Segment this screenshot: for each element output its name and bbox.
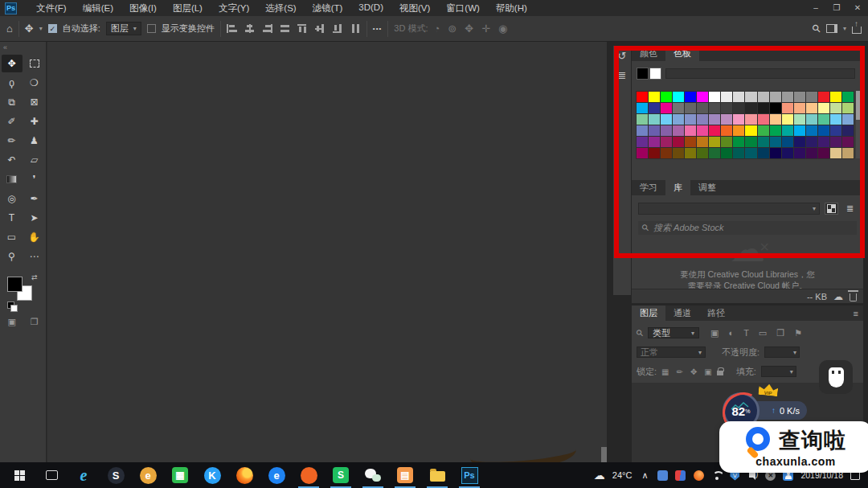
eyedropper-tool[interactable]: ✐	[2, 113, 23, 130]
swatch-77[interactable]	[697, 137, 708, 147]
weather-icon[interactable]: ☁	[594, 470, 605, 481]
3d-mode-icon-3[interactable]: ✛	[481, 23, 490, 35]
3d-mode-icon-1[interactable]: ⊚	[448, 23, 457, 35]
frame-tool[interactable]: ⊠	[24, 93, 45, 111]
swatch-41[interactable]	[697, 114, 708, 125]
swatch-104[interactable]	[806, 148, 817, 158]
chevron-down-icon[interactable]: ▾	[39, 25, 43, 32]
swatch-6[interactable]	[709, 92, 720, 102]
menu-item-4[interactable]: 文字(Y)	[211, 2, 257, 14]
swatch-85[interactable]	[794, 137, 805, 147]
eraser-tool[interactable]: ▱	[24, 151, 45, 169]
swatch-7[interactable]	[721, 92, 732, 102]
auto-select-checkbox[interactable]: ✓	[48, 24, 57, 33]
swatch-63[interactable]	[745, 125, 756, 136]
menu-item-7[interactable]: 3D(D)	[350, 2, 391, 14]
swatch-79[interactable]	[721, 137, 732, 147]
quick-mask-button[interactable]: ▣	[8, 317, 16, 327]
gradient-tool[interactable]	[2, 170, 23, 188]
swatch-83[interactable]	[770, 137, 781, 147]
swatch-1[interactable]	[649, 92, 660, 102]
swatch-57[interactable]	[673, 125, 684, 136]
swatch-8[interactable]	[733, 92, 744, 102]
minimize-button[interactable]: –	[805, 0, 826, 16]
default-colors-icon[interactable]	[7, 301, 14, 309]
swatch-74[interactable]	[661, 137, 672, 147]
swatch-9[interactable]	[745, 92, 756, 102]
swatch-101[interactable]	[770, 148, 781, 158]
path-select-tool[interactable]: ➤	[24, 209, 45, 227]
swatch-53[interactable]	[842, 114, 854, 125]
history-brush-tool[interactable]: ↶	[2, 151, 23, 169]
sogou-browser[interactable]: S	[100, 462, 132, 488]
swatch-100[interactable]	[758, 148, 769, 158]
list-view-icon[interactable]: ≣	[843, 203, 857, 215]
menu-item-8[interactable]: 视图(V)	[391, 2, 438, 14]
wechat[interactable]	[357, 462, 389, 488]
swatch-5[interactable]	[697, 92, 708, 102]
swatch-44[interactable]	[733, 114, 744, 125]
cloud-sync-icon[interactable]: ☁	[833, 291, 843, 302]
swatch-25[interactable]	[721, 103, 732, 113]
swatch-99[interactable]	[745, 148, 756, 158]
search-icon[interactable]: ⚲	[810, 22, 824, 35]
tray-blue-app-icon[interactable]	[657, 470, 668, 481]
task-view-button[interactable]	[35, 462, 68, 488]
menu-item-9[interactable]: 窗口(W)	[438, 2, 488, 14]
swatch-51[interactable]	[818, 114, 829, 125]
3d-mode-icon-2[interactable]: ✥	[465, 23, 473, 35]
swatch-75[interactable]	[673, 137, 684, 147]
swatch-55[interactable]	[649, 125, 660, 136]
tab-learn[interactable]: 学习	[632, 180, 665, 195]
swatch-92[interactable]	[661, 148, 672, 158]
layer-filter-icon-5[interactable]: ⚑	[794, 328, 802, 338]
swatch-22[interactable]	[685, 103, 696, 113]
swatch-72[interactable]	[637, 137, 648, 147]
swatch-17[interactable]	[842, 92, 854, 102]
swatch-27[interactable]	[745, 103, 756, 113]
lock-icon-1[interactable]: ✏	[677, 367, 683, 376]
rectangle-tool[interactable]: ▭	[2, 228, 23, 246]
swatch-name-field[interactable]	[665, 68, 855, 79]
panel-menu-icon[interactable]: ≡	[849, 306, 863, 321]
swatch-59[interactable]	[697, 125, 708, 136]
fill-input[interactable]: ▾	[761, 366, 796, 377]
swatch-12[interactable]	[782, 92, 793, 102]
swatch-91[interactable]	[649, 148, 660, 158]
file-explorer[interactable]	[421, 462, 453, 488]
menu-item-1[interactable]: 编辑(E)	[75, 2, 121, 14]
swatch-102[interactable]	[782, 148, 793, 158]
lock-all-icon[interactable]	[717, 371, 723, 375]
swatch-21[interactable]	[673, 103, 684, 113]
marquee-tool[interactable]	[24, 55, 45, 72]
layer-filter-icon-1[interactable]: ◐	[728, 328, 734, 338]
swatch-13[interactable]	[794, 92, 805, 102]
share-icon[interactable]	[852, 27, 862, 34]
more-options-icon[interactable]: •••	[373, 25, 382, 32]
delete-library-icon[interactable]	[850, 293, 857, 301]
swatch-15[interactable]	[818, 92, 829, 102]
document-canvas[interactable]	[47, 42, 607, 462]
swatch-4[interactable]	[685, 92, 696, 102]
lock-icon-0[interactable]: ▦	[661, 367, 669, 376]
zoom-tool[interactable]: ⚲	[2, 248, 23, 265]
swatch-26[interactable]	[733, 103, 744, 113]
toolbar-collapse-icon[interactable]: «	[0, 42, 46, 53]
tab-libraries[interactable]: 库	[665, 180, 690, 195]
screen-mode-button[interactable]: ❐	[31, 317, 39, 327]
swatch-32[interactable]	[806, 103, 817, 113]
history-panel-icon[interactable]: ↺	[613, 46, 631, 65]
swatch-54[interactable]	[637, 125, 648, 136]
recent-color-white[interactable]	[649, 68, 661, 80]
swatch-105[interactable]	[818, 148, 829, 158]
tray-firefox-icon[interactable]	[694, 470, 704, 481]
swap-colors-icon[interactable]: ⇄	[31, 273, 38, 281]
lasso-tool[interactable]: ϙ	[2, 74, 23, 92]
menu-item-0[interactable]: 文件(F)	[28, 2, 75, 14]
move-tool[interactable]: ✥	[2, 55, 23, 72]
swatch-23[interactable]	[697, 103, 708, 113]
show-transform-checkbox[interactable]	[147, 24, 156, 33]
align-right-icon[interactable]	[262, 24, 272, 33]
tab-adjustments[interactable]: 调整	[690, 180, 724, 195]
swatch-93[interactable]	[673, 148, 684, 158]
